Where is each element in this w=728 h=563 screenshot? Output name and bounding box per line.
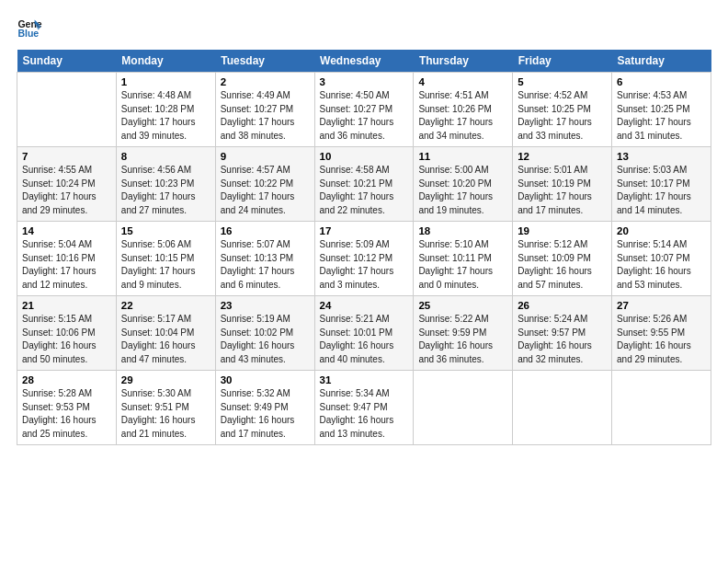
calendar-cell: 21Sunrise: 5:15 AM Sunset: 10:06 PM Dayl… — [17, 296, 117, 371]
calendar-cell: 13Sunrise: 5:03 AM Sunset: 10:17 PM Dayl… — [612, 147, 711, 222]
calendar-week-row: 1Sunrise: 4:48 AM Sunset: 10:28 PM Dayli… — [17, 73, 711, 147]
day-number: 30 — [221, 374, 310, 385]
cell-daylight-info: Sunrise: 5:15 AM Sunset: 10:06 PM Daylig… — [22, 313, 111, 366]
cell-daylight-info: Sunrise: 5:04 AM Sunset: 10:16 PM Daylig… — [22, 238, 111, 292]
svg-text:Blue: Blue — [17, 28, 39, 39]
col-header-thursday: Thursday — [414, 50, 513, 73]
logo: General Blue — [17, 15, 48, 40]
calendar-cell — [513, 371, 612, 445]
calendar-cell: 29Sunrise: 5:30 AM Sunset: 9:51 PM Dayli… — [116, 371, 215, 445]
day-number: 5 — [518, 76, 607, 87]
calendar-cell: 17Sunrise: 5:09 AM Sunset: 10:12 PM Dayl… — [314, 222, 414, 296]
day-number: 19 — [518, 225, 607, 236]
calendar-cell: 27Sunrise: 5:26 AM Sunset: 9:55 PM Dayli… — [612, 296, 711, 371]
day-number: 21 — [22, 300, 111, 311]
day-number: 16 — [221, 225, 310, 236]
day-number: 10 — [320, 151, 409, 162]
day-number: 22 — [121, 300, 210, 311]
calendar-cell: 26Sunrise: 5:24 AM Sunset: 9:57 PM Dayli… — [513, 296, 612, 371]
calendar-cell: 14Sunrise: 5:04 AM Sunset: 10:16 PM Dayl… — [17, 222, 117, 296]
day-number: 9 — [221, 151, 310, 162]
col-header-wednesday: Wednesday — [314, 50, 414, 73]
calendar-cell: 31Sunrise: 5:34 AM Sunset: 9:47 PM Dayli… — [314, 371, 414, 445]
col-header-sunday: Sunday — [17, 50, 117, 73]
cell-daylight-info: Sunrise: 4:58 AM Sunset: 10:21 PM Daylig… — [320, 164, 409, 217]
cell-daylight-info: Sunrise: 4:53 AM Sunset: 10:25 PM Daylig… — [617, 89, 706, 143]
cell-daylight-info: Sunrise: 4:48 AM Sunset: 10:28 PM Daylig… — [121, 89, 210, 143]
cell-daylight-info: Sunrise: 4:51 AM Sunset: 10:26 PM Daylig… — [418, 89, 507, 143]
cell-daylight-info: Sunrise: 4:50 AM Sunset: 10:27 PM Daylig… — [320, 89, 409, 143]
day-number: 26 — [518, 300, 607, 311]
calendar-cell: 4Sunrise: 4:51 AM Sunset: 10:26 PM Dayli… — [414, 73, 513, 147]
calendar-cell: 11Sunrise: 5:00 AM Sunset: 10:20 PM Dayl… — [414, 147, 513, 222]
col-header-tuesday: Tuesday — [215, 50, 314, 73]
cell-daylight-info: Sunrise: 5:09 AM Sunset: 10:12 PM Daylig… — [320, 238, 409, 292]
calendar-cell: 1Sunrise: 4:48 AM Sunset: 10:28 PM Dayli… — [116, 73, 215, 147]
cell-daylight-info: Sunrise: 5:14 AM Sunset: 10:07 PM Daylig… — [617, 238, 706, 292]
cell-daylight-info: Sunrise: 4:49 AM Sunset: 10:27 PM Daylig… — [221, 89, 310, 143]
calendar-table: SundayMondayTuesdayWednesdayThursdayFrid… — [17, 50, 711, 445]
calendar-cell: 9Sunrise: 4:57 AM Sunset: 10:22 PM Dayli… — [215, 147, 314, 222]
calendar-cell — [17, 73, 117, 147]
calendar-week-row: 14Sunrise: 5:04 AM Sunset: 10:16 PM Dayl… — [17, 222, 711, 296]
cell-daylight-info: Sunrise: 5:28 AM Sunset: 9:53 PM Dayligh… — [22, 387, 111, 441]
day-number: 27 — [617, 300, 706, 311]
cell-daylight-info: Sunrise: 5:24 AM Sunset: 9:57 PM Dayligh… — [518, 313, 607, 366]
day-number: 3 — [320, 76, 409, 87]
calendar-cell: 23Sunrise: 5:19 AM Sunset: 10:02 PM Dayl… — [215, 296, 314, 371]
cell-daylight-info: Sunrise: 5:26 AM Sunset: 9:55 PM Dayligh… — [617, 313, 706, 366]
cell-daylight-info: Sunrise: 4:57 AM Sunset: 10:22 PM Daylig… — [221, 164, 310, 217]
cell-daylight-info: Sunrise: 5:30 AM Sunset: 9:51 PM Dayligh… — [121, 387, 210, 441]
day-number: 17 — [320, 225, 409, 236]
day-number: 23 — [221, 300, 310, 311]
calendar-week-row: 7Sunrise: 4:55 AM Sunset: 10:24 PM Dayli… — [17, 147, 711, 222]
cell-daylight-info: Sunrise: 5:03 AM Sunset: 10:17 PM Daylig… — [617, 164, 706, 217]
calendar-cell: 15Sunrise: 5:06 AM Sunset: 10:15 PM Dayl… — [116, 222, 215, 296]
calendar-cell: 3Sunrise: 4:50 AM Sunset: 10:27 PM Dayli… — [314, 73, 414, 147]
calendar-cell — [612, 371, 711, 445]
calendar-cell: 24Sunrise: 5:21 AM Sunset: 10:01 PM Dayl… — [314, 296, 414, 371]
calendar-cell: 22Sunrise: 5:17 AM Sunset: 10:04 PM Dayl… — [116, 296, 215, 371]
calendar-cell: 2Sunrise: 4:49 AM Sunset: 10:27 PM Dayli… — [215, 73, 314, 147]
day-number: 28 — [22, 374, 111, 385]
calendar-cell: 6Sunrise: 4:53 AM Sunset: 10:25 PM Dayli… — [612, 73, 711, 147]
col-header-monday: Monday — [116, 50, 215, 73]
day-number: 8 — [121, 151, 210, 162]
col-header-saturday: Saturday — [612, 50, 711, 73]
calendar-cell: 7Sunrise: 4:55 AM Sunset: 10:24 PM Dayli… — [17, 147, 117, 222]
cell-daylight-info: Sunrise: 4:56 AM Sunset: 10:23 PM Daylig… — [121, 164, 210, 217]
cell-daylight-info: Sunrise: 5:06 AM Sunset: 10:15 PM Daylig… — [121, 238, 210, 292]
day-number: 14 — [22, 225, 111, 236]
calendar-header-row: SundayMondayTuesdayWednesdayThursdayFrid… — [17, 50, 711, 73]
cell-daylight-info: Sunrise: 5:12 AM Sunset: 10:09 PM Daylig… — [518, 238, 607, 292]
day-number: 31 — [320, 374, 409, 385]
day-number: 25 — [418, 300, 507, 311]
cell-daylight-info: Sunrise: 5:22 AM Sunset: 9:59 PM Dayligh… — [418, 313, 507, 366]
calendar-cell: 28Sunrise: 5:28 AM Sunset: 9:53 PM Dayli… — [17, 371, 117, 445]
day-number: 29 — [121, 374, 210, 385]
calendar-cell: 16Sunrise: 5:07 AM Sunset: 10:13 PM Dayl… — [215, 222, 314, 296]
calendar-week-row: 28Sunrise: 5:28 AM Sunset: 9:53 PM Dayli… — [17, 371, 711, 445]
cell-daylight-info: Sunrise: 5:01 AM Sunset: 10:19 PM Daylig… — [518, 164, 607, 217]
calendar-week-row: 21Sunrise: 5:15 AM Sunset: 10:06 PM Dayl… — [17, 296, 711, 371]
calendar-cell: 19Sunrise: 5:12 AM Sunset: 10:09 PM Dayl… — [513, 222, 612, 296]
calendar-cell: 10Sunrise: 4:58 AM Sunset: 10:21 PM Dayl… — [314, 147, 414, 222]
page-header: General Blue — [17, 15, 711, 40]
calendar-cell: 12Sunrise: 5:01 AM Sunset: 10:19 PM Dayl… — [513, 147, 612, 222]
calendar-cell: 8Sunrise: 4:56 AM Sunset: 10:23 PM Dayli… — [116, 147, 215, 222]
cell-daylight-info: Sunrise: 5:17 AM Sunset: 10:04 PM Daylig… — [121, 313, 210, 366]
day-number: 18 — [418, 225, 507, 236]
day-number: 24 — [320, 300, 409, 311]
calendar-cell: 25Sunrise: 5:22 AM Sunset: 9:59 PM Dayli… — [414, 296, 513, 371]
calendar-cell: 30Sunrise: 5:32 AM Sunset: 9:49 PM Dayli… — [215, 371, 314, 445]
calendar-cell: 18Sunrise: 5:10 AM Sunset: 10:11 PM Dayl… — [414, 222, 513, 296]
cell-daylight-info: Sunrise: 5:00 AM Sunset: 10:20 PM Daylig… — [418, 164, 507, 217]
day-number: 15 — [121, 225, 210, 236]
cell-daylight-info: Sunrise: 5:10 AM Sunset: 10:11 PM Daylig… — [418, 238, 507, 292]
day-number: 13 — [617, 151, 706, 162]
cell-daylight-info: Sunrise: 5:21 AM Sunset: 10:01 PM Daylig… — [320, 313, 409, 366]
day-number: 11 — [418, 151, 507, 162]
cell-daylight-info: Sunrise: 5:34 AM Sunset: 9:47 PM Dayligh… — [320, 387, 409, 441]
cell-daylight-info: Sunrise: 4:55 AM Sunset: 10:24 PM Daylig… — [22, 164, 111, 217]
cell-daylight-info: Sunrise: 5:07 AM Sunset: 10:13 PM Daylig… — [221, 238, 310, 292]
